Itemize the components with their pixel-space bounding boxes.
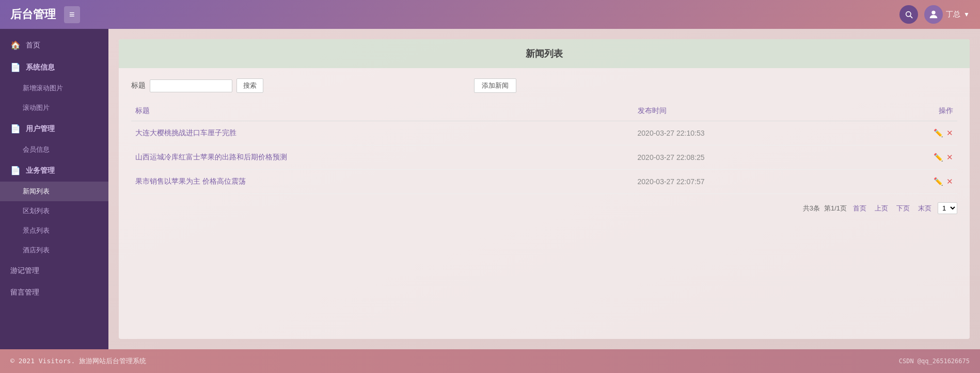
search-input[interactable]: [150, 79, 232, 92]
news-link[interactable]: 大连大樱桃挑战进口车厘子完胜: [135, 128, 236, 137]
sidebar-item-region-list[interactable]: 区划列表: [0, 201, 108, 221]
first-page-button[interactable]: 首页: [851, 203, 868, 214]
prev-page-button[interactable]: 上页: [873, 203, 890, 214]
news-link[interactable]: 果市销售以苹果为主 价格高位震荡: [135, 177, 246, 185]
footer: © 2021 Visitors. 旅游网站后台管理系统 CSDN @qq_265…: [0, 349, 980, 373]
edit-icon[interactable]: ✏️: [934, 177, 943, 186]
svg-line-1: [910, 16, 912, 18]
document-icon: 📄: [10, 62, 21, 72]
table-row: 山西运城冷库红富士苹果的出路和后期价格预测 2020-03-27 22:08:2…: [131, 145, 957, 170]
cell-time: 2020-03-27 22:07:57: [634, 170, 870, 194]
table-row: 大连大樱桃挑战进口车厘子完胜 2020-03-27 22:10:53 ✏️ ✕: [131, 121, 957, 145]
panel-body: 标题 搜索 添加新闻 标题 发布时间: [119, 68, 970, 339]
sidebar-item-news-list[interactable]: 新闻列表: [0, 182, 108, 201]
user-mgmt-icon: 📄: [10, 124, 21, 134]
page-text: 第1/1页: [824, 204, 847, 213]
sidebar-group-user-mgmt: 📄 用户管理: [0, 118, 108, 140]
table-row: 果市销售以苹果为主 价格高位震荡 2020-03-27 22:07:57 ✏️ …: [131, 170, 957, 194]
sidebar: 🏠 首页 📄 系统信息 新增滚动图片 滚动图片 📄 用户管理 会员信息 📄 业务…: [0, 29, 108, 349]
hamburger-button[interactable]: ≡: [64, 6, 80, 23]
panel-title: 新闻列表: [119, 39, 970, 68]
user-name: 丁总: [946, 10, 960, 19]
svg-point-0: [906, 12, 911, 17]
last-page-button[interactable]: 末页: [916, 203, 934, 214]
header: 后台管理 ≡ 丁总 ▼: [0, 0, 980, 29]
sidebar-item-add-slider[interactable]: 新增滚动图片: [0, 78, 108, 98]
cell-action: ✏️ ✕: [870, 170, 957, 194]
sidebar-item-member-info[interactable]: 会员信息: [0, 140, 108, 159]
col-time: 发布时间: [634, 101, 870, 121]
edit-icon[interactable]: ✏️: [934, 153, 943, 162]
main-wrapper: 🏠 首页 📄 系统信息 新增滚动图片 滚动图片 📄 用户管理 会员信息 📄 业务…: [0, 29, 980, 349]
delete-icon[interactable]: ✕: [946, 128, 953, 138]
news-link[interactable]: 山西运城冷库红富士苹果的出路和后期价格预测: [135, 153, 287, 161]
sidebar-item-slider[interactable]: 滚动图片: [0, 98, 108, 118]
header-right: 丁总 ▼: [899, 5, 970, 24]
delete-icon[interactable]: ✕: [946, 153, 953, 162]
cell-title: 果市销售以苹果为主 价格高位震荡: [131, 170, 634, 194]
col-title: 标题: [131, 101, 634, 121]
search-button[interactable]: 搜索: [236, 78, 263, 93]
sidebar-item-travel-mgmt[interactable]: 游记管理: [0, 260, 108, 282]
content-area: 新闻列表 标题 搜索 添加新闻 标题: [108, 29, 980, 349]
search-icon-button[interactable]: [899, 5, 918, 24]
delete-icon[interactable]: ✕: [946, 177, 953, 186]
table-header-row: 标题 发布时间 操作: [131, 101, 957, 121]
action-icons: ✏️ ✕: [874, 128, 953, 138]
svg-point-2: [931, 11, 935, 14]
sidebar-group-label: 业务管理: [26, 166, 55, 175]
sidebar-item-scene-list[interactable]: 景点列表: [0, 221, 108, 240]
sidebar-group-label: 系统信息: [26, 63, 55, 72]
sidebar-group-biz-mgmt: 📄 业务管理: [0, 159, 108, 182]
header-left: 后台管理 ≡: [10, 6, 80, 23]
app-title: 后台管理: [10, 7, 56, 22]
sidebar-item-home[interactable]: 🏠 首页: [0, 34, 108, 56]
action-icons: ✏️ ✕: [874, 177, 953, 186]
user-info[interactable]: 丁总 ▼: [924, 5, 970, 24]
footer-watermark: CSDN @qq_2651626675: [899, 358, 970, 365]
next-page-button[interactable]: 下页: [894, 203, 912, 214]
cell-title: 大连大樱桃挑战进口车厘子完胜: [131, 121, 634, 145]
col-action: 操作: [870, 101, 957, 121]
search-bar: 标题 搜索 添加新闻: [131, 78, 957, 93]
add-news-button[interactable]: 添加新闻: [474, 78, 516, 93]
cell-title: 山西运城冷库红富士苹果的出路和后期价格预测: [131, 145, 634, 170]
total-text: 共3条: [803, 204, 820, 213]
biz-icon: 📄: [10, 166, 21, 175]
sidebar-item-label: 首页: [26, 41, 40, 50]
sidebar-item-label: 游记管理: [10, 266, 39, 275]
sidebar-item-hotel-list[interactable]: 酒店列表: [0, 240, 108, 260]
sidebar-group-label: 用户管理: [26, 124, 55, 134]
page-select[interactable]: 1: [938, 202, 957, 214]
sidebar-item-comment-mgmt[interactable]: 留言管理: [0, 282, 108, 303]
cell-action: ✏️ ✕: [870, 145, 957, 170]
news-panel: 新闻列表 标题 搜索 添加新闻 标题: [119, 39, 970, 339]
search-label: 标题: [131, 81, 146, 90]
cell-time: 2020-03-27 22:08:25: [634, 145, 870, 170]
footer-copyright: © 2021 Visitors. 旅游网站后台管理系统: [10, 356, 146, 366]
cell-time: 2020-03-27 22:10:53: [634, 121, 870, 145]
avatar: [924, 5, 943, 24]
sidebar-group-sys-info: 📄 系统信息: [0, 56, 108, 78]
sidebar-item-label: 留言管理: [10, 288, 39, 297]
news-table: 标题 发布时间 操作 大连大樱桃挑战进口车厘子完胜: [131, 101, 957, 194]
chevron-down-icon: ▼: [963, 11, 970, 18]
cell-action: ✏️ ✕: [870, 121, 957, 145]
action-icons: ✏️ ✕: [874, 153, 953, 162]
home-icon: 🏠: [10, 40, 21, 50]
pagination: 共3条 第1/1页 首页 上页 下页 末页 1: [131, 202, 957, 214]
edit-icon[interactable]: ✏️: [934, 128, 943, 138]
